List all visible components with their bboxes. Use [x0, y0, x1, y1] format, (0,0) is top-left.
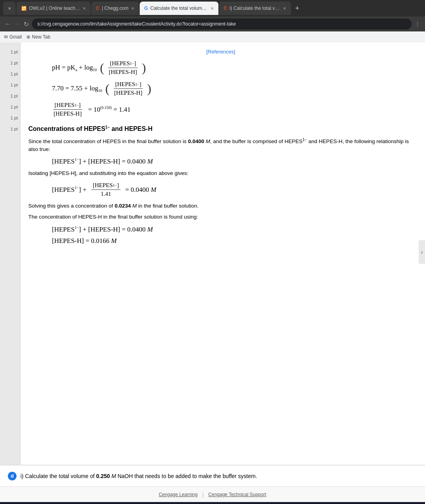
footer-separator: | — [202, 492, 203, 497]
footer-right[interactable]: Cengage Technical Support — [208, 492, 266, 497]
page-footer: Cengage Learning | Cengage Technical Sup… — [0, 486, 425, 502]
eq2-fraction: [HEPES1−] [HEPES-H] — [113, 80, 144, 97]
owl-favicon: 🔁 — [21, 6, 27, 11]
tab-bar: ✕ 🔁 OWLv2 | Online teaching and... ✕ C |… — [0, 0, 425, 17]
eq2-denominator: [HEPES-H] — [113, 89, 144, 97]
eq2-numerator: [HEPES1−] — [114, 80, 143, 89]
tab-chegg-close[interactable]: ✕ — [131, 6, 134, 11]
footer-left[interactable]: Cengage Learning — [159, 492, 198, 497]
pt-marker-2: 1 pt — [0, 57, 20, 68]
body3-post: M in the final buffer solution. — [132, 203, 199, 209]
body4-text: The concentration of HEPES-H in the fina… — [28, 214, 198, 220]
eq3-numerator: [HEPES1−] — [53, 101, 82, 110]
tab-google2[interactable]: C i) Calculate the total volume ✕ — [219, 2, 291, 15]
tab-chegg-label: | Chegg.com — [102, 6, 129, 11]
bookmark-newtab-label: New Tab — [32, 34, 50, 40]
next-arrow[interactable]: › — [419, 240, 425, 264]
eq1-close-paren: ) — [142, 61, 146, 75]
address-bar-row: ← → ↻ s://cvg.cengagenow.com/ilrn/takeAs… — [0, 17, 425, 31]
body3-bold-val: 0.0234 — [115, 203, 131, 209]
body-text-3: Solving this gives a concentration of 0.… — [28, 202, 413, 210]
page-content: 1 pt 1 pt 1 pt 1 pt 1 pt 1 pt 1 pt 1 pt … — [0, 42, 425, 465]
chegg-favicon: C — [96, 6, 100, 11]
tab-google2-label: i) Calculate the total volume — [229, 6, 281, 11]
body3-pre: Solving this gives a concentration of — [28, 203, 115, 209]
eq1-lhs: pH = pKa + log10 — [52, 64, 97, 72]
reload-icon[interactable]: ↻ — [24, 20, 29, 28]
eq5-denominator: 1.41 — [99, 190, 113, 198]
equation-4: [HEPES1−] + [HEPES-H] = 0.0400 M — [52, 157, 413, 166]
newtab-icon: ⊕ — [26, 34, 30, 40]
tab-owl-label: OWLv2 | Online teaching and... — [29, 6, 80, 11]
question-banner: d i) Calculate the total volume of 0.250… — [0, 465, 425, 486]
taskbar: 🔍 search ⊞ ⬡ 🌐 📁 ⊞ ✉ 1 W 🌐 ☀️ 90°F Mostl… — [0, 502, 425, 504]
tab-google1-label: Calculate the total volume of — [150, 6, 208, 11]
sidebar: 1 pt 1 pt 1 pt 1 pt 1 pt 1 pt 1 pt 1 pt — [0, 42, 20, 465]
google2-favicon: C — [224, 6, 227, 11]
section-title: Concentrations of HEPES1− and HEPES-H — [28, 125, 413, 132]
tab-owl-close[interactable]: ✕ — [83, 6, 86, 11]
url-text: s://cvg.cengagenow.com/ilrn/takeAssignme… — [37, 21, 236, 27]
body-text-4: The concentration of HEPES-H in the fina… — [28, 213, 413, 221]
tab-google2-close[interactable]: ✕ — [283, 6, 286, 11]
eq7-text: [HEPES-H] = 0.0166 M — [52, 237, 116, 245]
forward-icon[interactable]: → — [14, 20, 20, 28]
equation-6: [HEPES1−] + [HEPES-H] = 0.0400 M — [52, 225, 413, 234]
eq2-open-paren: ( — [105, 81, 109, 96]
eq3-denominator: [HEPES-H] — [52, 110, 83, 118]
eq5-rhs: = 0.0400 M — [125, 186, 156, 194]
eq2-lhs: 7.70 = 7.55 + log10 — [52, 85, 102, 93]
body-text-1: Since the total concentration of HEPES i… — [28, 136, 413, 153]
eq1-numerator: [HEPES1−] — [108, 59, 137, 68]
bookmark-newtab[interactable]: ⊕ New Tab — [26, 34, 50, 40]
eq5-numerator: [HEPES 1−] — [91, 181, 120, 190]
references-label: [References] — [206, 49, 235, 55]
eq4-text: [HEPES1−] + [HEPES-H] = 0.0400 M — [52, 157, 153, 166]
pt-marker-6: 1 pt — [0, 101, 20, 112]
section-title-text: Concentrations of HEPES1− and HEPES-H — [28, 125, 152, 132]
new-tab-button[interactable]: + — [292, 3, 303, 14]
pt-marker-1: 1 pt — [0, 46, 20, 57]
back-icon[interactable]: ← — [5, 20, 11, 28]
question-text: i) Calculate the total volume of 0.250 M… — [20, 473, 257, 479]
tab-google1[interactable]: G Calculate the total volume of ✕ — [140, 2, 218, 15]
eq6-text: [HEPES1−] + [HEPES-H] = 0.0400 M — [52, 225, 153, 234]
body1-pre: Since the total concentration of HEPES i… — [28, 138, 188, 144]
equation-5: [HEPES1−] + [HEPES 1−] 1.41 = 0.0400 M — [52, 181, 413, 198]
eq3-rhs: = 10(0.150) = 1.41 — [87, 105, 131, 114]
pt-marker-3: 1 pt — [0, 68, 20, 79]
pt-marker-4: 1 pt — [0, 79, 20, 90]
equation-2: 7.70 = 7.55 + log10 ( [HEPES1−] [HEPES-H… — [52, 80, 413, 97]
references-link[interactable]: [References] — [28, 49, 413, 55]
eq5-lhs: [HEPES1−] + — [52, 186, 87, 194]
tab-owl[interactable]: 🔁 OWLv2 | Online teaching and... ✕ — [17, 2, 91, 15]
eq2-close-paren: ) — [147, 81, 152, 96]
body2-text: Isolating [HEPES-H], and substituting in… — [28, 170, 188, 176]
bookmark-gmail-label: Gmail — [9, 34, 22, 40]
eq1-denominator: [HEPES-H] — [107, 68, 139, 76]
pt-marker-5: 1 pt — [0, 90, 20, 101]
browser-chrome: ✕ 🔁 OWLv2 | Online teaching and... ✕ C |… — [0, 0, 425, 42]
equation-3: [HEPES1−] [HEPES-H] = 10(0.150) = 1.41 — [52, 101, 413, 118]
pt-marker-7: 1 pt — [0, 112, 20, 123]
pt-marker-8: 1 pt — [0, 123, 20, 134]
eq1-open-paren: ( — [100, 61, 104, 75]
extensions-icon[interactable]: ⋮ — [415, 21, 420, 27]
main-math-content: [References] pH = pKa + log10 ( [HEPES1−… — [20, 42, 425, 465]
tab-google1-close[interactable]: ✕ — [211, 6, 214, 11]
equation-1: pH = pKa + log10 ( [HEPES1−] [HEPES-H] ) — [52, 59, 413, 76]
tab-chegg[interactable]: C | Chegg.com ✕ — [91, 2, 139, 15]
question-letter-d: d — [8, 472, 17, 480]
body-text-2: Isolating [HEPES-H], and substituting in… — [28, 169, 413, 177]
tab-closed[interactable]: ✕ — [3, 2, 16, 15]
eq3-fraction: [HEPES1−] [HEPES-H] — [52, 101, 83, 118]
bookmarks-bar: ✉ Gmail ⊕ New Tab — [0, 31, 425, 42]
body1-bold-val: 0.0400 — [188, 138, 204, 144]
eq1-fraction: [HEPES1−] [HEPES-H] — [107, 59, 139, 76]
url-bar[interactable]: s://cvg.cengagenow.com/ilrn/takeAssignme… — [32, 18, 412, 29]
bookmark-gmail[interactable]: ✉ Gmail — [4, 34, 22, 40]
close-icon[interactable]: ✕ — [8, 6, 11, 11]
gmail-icon: ✉ — [4, 34, 8, 40]
google-favicon: G — [144, 6, 148, 11]
eq5-fraction: [HEPES 1−] 1.41 — [91, 181, 120, 198]
